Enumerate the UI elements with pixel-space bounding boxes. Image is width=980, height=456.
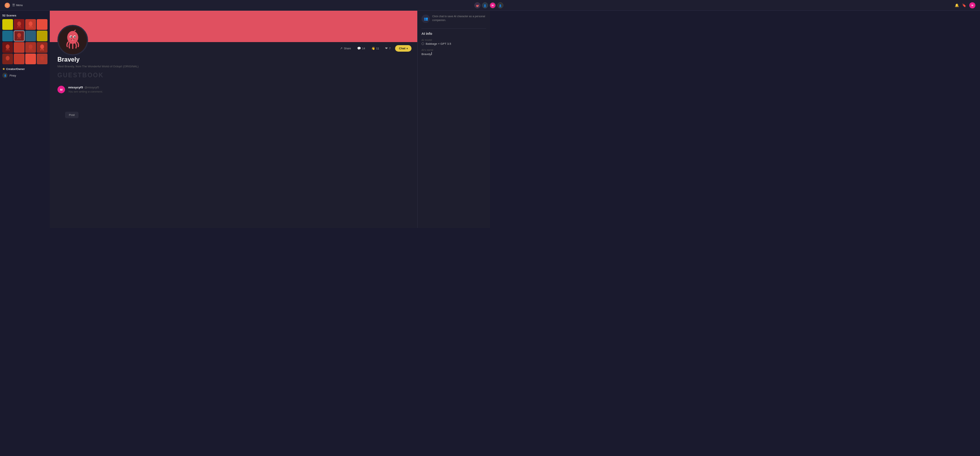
svg-point-22 (6, 44, 10, 49)
share-button[interactable]: ↗ Share (338, 46, 353, 51)
comments-button[interactable]: 💬 14 (356, 46, 367, 51)
scene-grid (2, 19, 47, 64)
scene-thumb-1[interactable] (2, 19, 13, 30)
scene-thumb-9[interactable] (2, 42, 13, 53)
svg-line-13 (32, 26, 32, 28)
page-wrapper: 52 Scenes (0, 11, 490, 228)
creator-avatar: 👤 (2, 73, 8, 78)
comment-user-row: missycyf5 @missycyf5 (68, 86, 410, 89)
nav-left: ☰ Menu (5, 3, 23, 8)
ai-info-section: AI info AI model ⬡ Babbage + GPT 3.5 AI'… (421, 32, 486, 56)
scene-thumb-13[interactable] (2, 54, 13, 64)
nav-avatar-1[interactable]: 🐙 (474, 2, 480, 8)
scene-thumb-11[interactable] (25, 42, 36, 53)
ai-name-label: AI's name (421, 49, 486, 51)
ai-info-title: AI info (421, 32, 486, 36)
scene-thumb-12[interactable] (37, 42, 47, 53)
svg-line-15 (41, 26, 41, 28)
ai-model-label: AI model (421, 39, 486, 41)
svg-point-40 (29, 56, 33, 60)
ai-model-row: AI model ⬡ Babbage + GPT 3.5 (421, 39, 486, 46)
svg-point-46 (70, 36, 72, 38)
scene-thumb-3[interactable] (25, 19, 36, 30)
ai-name-value: Bravely (421, 52, 486, 56)
comments-icon: 💬 (357, 47, 361, 50)
hearts-button[interactable]: ❤ 7 (384, 46, 392, 51)
character-banner (50, 11, 417, 42)
share-icon: ↗ (340, 47, 343, 50)
svg-point-48 (72, 39, 74, 40)
svg-text:👤: 👤 (483, 4, 487, 7)
svg-line-31 (29, 49, 29, 50)
creator-name: Pinsy (10, 74, 16, 77)
svg-line-27 (18, 49, 18, 50)
nav-avatar-2[interactable]: 👤 (482, 2, 488, 8)
top-navigation: ☰ Menu 🐙 👤 M 👤 🔔 🔖 M (0, 0, 490, 11)
sidebar-divider (421, 28, 486, 29)
scene-thumb-6[interactable] (14, 31, 24, 41)
companion-hint: 👥 Click chat to save AI character as a p… (421, 15, 486, 23)
creator-item[interactable]: 👤 Pinsy (2, 73, 47, 78)
companion-icon: 👥 (421, 15, 430, 23)
scene-thumb-16[interactable] (37, 54, 47, 64)
svg-point-14 (40, 21, 44, 26)
svg-point-41 (40, 56, 44, 60)
svg-point-34 (40, 44, 44, 49)
ai-model-value: ⬡ Babbage + GPT 3.5 (421, 42, 486, 46)
svg-point-10 (29, 21, 33, 26)
post-button[interactable]: Post (65, 112, 78, 118)
companion-hint-text: Click chat to save AI character as a per… (432, 15, 486, 22)
character-name: Bravely (57, 56, 410, 63)
main-content: ↗ Share 💬 14 👋 11 ❤ 7 Chat ▾ Bravely (50, 11, 417, 228)
hearts-icon: ❤ (385, 47, 388, 50)
scene-thumb-7[interactable] (25, 31, 36, 41)
character-description: Meet Bravely, from The Wonderful World o… (57, 65, 410, 68)
comment-area: M missycyf5 @missycyf5 You are writing a… (57, 83, 410, 96)
ai-name-row: AI's name Bravely (421, 49, 486, 56)
scene-thumb-5[interactable] (2, 31, 13, 41)
site-logo[interactable] (5, 3, 10, 8)
ai-model-icon: ⬡ (421, 42, 424, 46)
character-info: Bravely Meet Bravely, from The Wonderful… (50, 54, 417, 72)
svg-line-35 (41, 49, 41, 50)
comment-placeholder-text[interactable]: You are writing a comment. (68, 90, 410, 93)
svg-point-26 (17, 44, 21, 49)
svg-point-47 (74, 36, 76, 38)
svg-point-6 (17, 21, 21, 26)
scenes-title: 52 Scenes (2, 14, 47, 17)
svg-line-7 (18, 26, 18, 28)
scene-thumb-10[interactable] (14, 42, 24, 53)
svg-line-23 (6, 49, 7, 50)
svg-line-9 (20, 26, 21, 28)
scene-thumb-14[interactable] (14, 54, 24, 64)
menu-label: Menu (16, 4, 23, 7)
waves-icon: 👋 (371, 47, 375, 50)
scene-thumb-4[interactable] (37, 19, 47, 30)
chat-button[interactable]: Chat ▾ (395, 45, 412, 52)
svg-line-29 (20, 49, 21, 50)
svg-line-19 (18, 37, 18, 39)
svg-line-37 (43, 49, 44, 50)
svg-point-18 (17, 33, 21, 37)
creator-label: ★ Creator/Owner (2, 67, 47, 71)
scene-thumb-15[interactable] (25, 54, 36, 64)
nav-avatar-3[interactable]: M (490, 2, 490, 8)
guestbook-section: GUESTBOOK M missycyf5 @missycyf5 You are… (50, 72, 417, 118)
comment-body: missycyf5 @missycyf5 You are writing a c… (68, 86, 410, 93)
svg-point-30 (29, 44, 33, 49)
nav-user-avatars: 🐙 👤 M 👤 (474, 2, 490, 8)
svg-point-39 (17, 56, 21, 60)
comment-username: missycyf5 (68, 86, 83, 89)
comment-handle: @missycyf5 (85, 86, 99, 89)
guestbook-title: GUESTBOOK (57, 72, 410, 79)
creator-section: ★ Creator/Owner 👤 Pinsy (2, 67, 47, 78)
left-sidebar: 52 Scenes (0, 11, 50, 228)
waves-button[interactable]: 👋 11 (370, 46, 381, 51)
scene-thumb-2[interactable] (14, 19, 24, 30)
menu-button[interactable]: ☰ Menu (12, 3, 23, 7)
svg-line-11 (29, 26, 29, 28)
svg-point-38 (6, 56, 10, 60)
scene-thumb-8[interactable] (37, 31, 47, 41)
right-sidebar: 👥 Click chat to save AI character as a p… (417, 11, 490, 228)
svg-point-42 (67, 31, 78, 44)
